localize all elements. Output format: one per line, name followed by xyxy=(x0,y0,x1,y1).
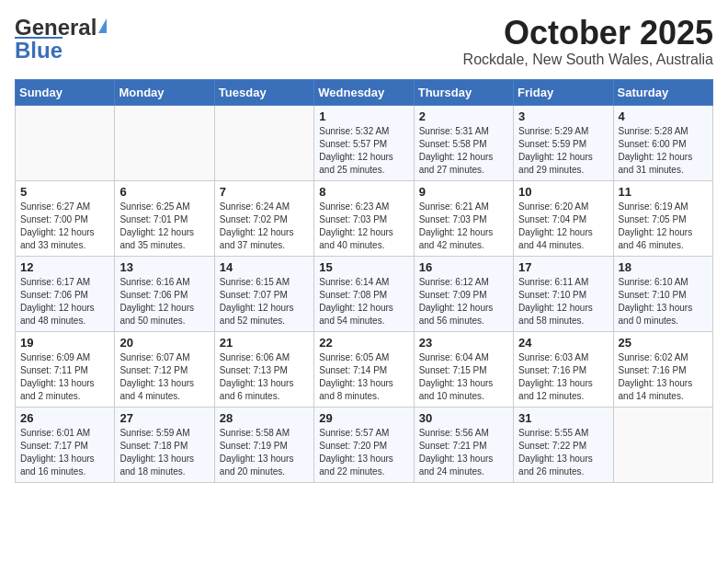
day-detail: Sunrise: 6:04 AM Sunset: 7:15 PM Dayligh… xyxy=(419,351,508,403)
day-detail: Sunrise: 5:32 AM Sunset: 5:57 PM Dayligh… xyxy=(319,125,408,177)
calendar-cell: 8Sunrise: 6:23 AM Sunset: 7:03 PM Daylig… xyxy=(314,180,414,256)
weekday-header-friday: Friday xyxy=(514,79,613,105)
day-detail: Sunrise: 6:11 AM Sunset: 7:10 PM Dayligh… xyxy=(518,276,608,327)
page-header: General Blue October 2025 Rockdale, New … xyxy=(15,15,713,68)
day-number: 16 xyxy=(419,260,508,274)
day-detail: Sunrise: 5:55 AM Sunset: 7:22 PM Dayligh… xyxy=(518,427,608,478)
calendar-cell: 20Sunrise: 6:07 AM Sunset: 7:12 PM Dayli… xyxy=(115,331,214,407)
day-number: 2 xyxy=(419,109,508,123)
calendar-cell: 19Sunrise: 6:09 AM Sunset: 7:11 PM Dayli… xyxy=(16,331,115,407)
calendar-cell: 18Sunrise: 6:10 AM Sunset: 7:10 PM Dayli… xyxy=(613,256,712,331)
weekday-header-monday: Monday xyxy=(115,79,214,105)
day-number: 7 xyxy=(220,185,309,199)
day-number: 20 xyxy=(119,336,209,350)
day-number: 9 xyxy=(419,185,508,199)
day-detail: Sunrise: 6:21 AM Sunset: 7:03 PM Dayligh… xyxy=(419,201,508,252)
day-number: 31 xyxy=(518,411,608,425)
calendar-cell: 7Sunrise: 6:24 AM Sunset: 7:02 PM Daylig… xyxy=(214,180,313,256)
day-detail: Sunrise: 6:25 AM Sunset: 7:01 PM Dayligh… xyxy=(119,201,209,252)
weekday-header-sunday: Sunday xyxy=(16,79,115,105)
day-number: 6 xyxy=(119,185,209,199)
day-number: 1 xyxy=(319,109,408,123)
day-number: 25 xyxy=(619,336,708,350)
day-detail: Sunrise: 6:07 AM Sunset: 7:12 PM Dayligh… xyxy=(119,351,209,403)
day-detail: Sunrise: 6:03 AM Sunset: 7:16 PM Dayligh… xyxy=(518,351,608,403)
day-number: 4 xyxy=(619,109,708,123)
calendar-cell xyxy=(115,105,214,180)
day-number: 28 xyxy=(220,411,309,425)
day-detail: Sunrise: 6:09 AM Sunset: 7:11 PM Dayligh… xyxy=(20,351,109,403)
calendar-cell: 23Sunrise: 6:04 AM Sunset: 7:15 PM Dayli… xyxy=(414,331,513,407)
day-detail: Sunrise: 6:17 AM Sunset: 7:06 PM Dayligh… xyxy=(20,276,109,327)
day-detail: Sunrise: 6:14 AM Sunset: 7:08 PM Dayligh… xyxy=(319,276,408,327)
day-detail: Sunrise: 6:23 AM Sunset: 7:03 PM Dayligh… xyxy=(319,201,408,252)
logo: General Blue xyxy=(15,15,107,63)
day-detail: Sunrise: 6:16 AM Sunset: 7:06 PM Dayligh… xyxy=(119,276,209,327)
calendar-cell: 25Sunrise: 6:02 AM Sunset: 7:16 PM Dayli… xyxy=(613,331,712,407)
day-number: 29 xyxy=(319,411,408,425)
day-number: 26 xyxy=(20,411,109,425)
day-detail: Sunrise: 6:12 AM Sunset: 7:09 PM Dayligh… xyxy=(419,276,508,327)
calendar-table: SundayMondayTuesdayWednesdayThursdayFrid… xyxy=(15,79,713,483)
day-detail: Sunrise: 6:15 AM Sunset: 7:07 PM Dayligh… xyxy=(220,276,309,327)
location: Rockdale, New South Wales, Australia xyxy=(463,52,713,68)
month-year: October 2025 xyxy=(463,15,713,52)
calendar-cell xyxy=(613,407,712,482)
calendar-cell: 5Sunrise: 6:27 AM Sunset: 7:00 PM Daylig… xyxy=(16,180,115,256)
calendar-cell: 9Sunrise: 6:21 AM Sunset: 7:03 PM Daylig… xyxy=(414,180,513,256)
calendar-cell: 14Sunrise: 6:15 AM Sunset: 7:07 PM Dayli… xyxy=(214,256,313,331)
weekday-header-thursday: Thursday xyxy=(414,79,513,105)
calendar-cell: 4Sunrise: 5:28 AM Sunset: 6:00 PM Daylig… xyxy=(613,105,712,180)
calendar-cell: 3Sunrise: 5:29 AM Sunset: 5:59 PM Daylig… xyxy=(514,105,613,180)
day-detail: Sunrise: 6:27 AM Sunset: 7:00 PM Dayligh… xyxy=(20,201,109,252)
calendar-cell: 16Sunrise: 6:12 AM Sunset: 7:09 PM Dayli… xyxy=(414,256,513,331)
day-detail: Sunrise: 6:01 AM Sunset: 7:17 PM Dayligh… xyxy=(20,427,109,478)
day-number: 19 xyxy=(20,336,109,350)
day-number: 3 xyxy=(518,109,608,123)
calendar-cell: 11Sunrise: 6:19 AM Sunset: 7:05 PM Dayli… xyxy=(613,180,712,256)
calendar-cell: 21Sunrise: 6:06 AM Sunset: 7:13 PM Dayli… xyxy=(214,331,313,407)
day-number: 15 xyxy=(319,260,408,274)
day-number: 14 xyxy=(220,260,309,274)
calendar-cell: 22Sunrise: 6:05 AM Sunset: 7:14 PM Dayli… xyxy=(314,331,414,407)
day-detail: Sunrise: 6:02 AM Sunset: 7:16 PM Dayligh… xyxy=(619,351,708,403)
weekday-header-wednesday: Wednesday xyxy=(314,79,414,105)
title-block: October 2025 Rockdale, New South Wales, … xyxy=(463,15,713,68)
day-detail: Sunrise: 6:24 AM Sunset: 7:02 PM Dayligh… xyxy=(220,201,309,252)
day-number: 23 xyxy=(419,336,508,350)
day-detail: Sunrise: 5:59 AM Sunset: 7:18 PM Dayligh… xyxy=(119,427,209,478)
day-detail: Sunrise: 5:28 AM Sunset: 6:00 PM Dayligh… xyxy=(619,125,708,177)
day-number: 24 xyxy=(518,336,608,350)
day-number: 13 xyxy=(119,260,209,274)
logo-blue: Blue xyxy=(15,37,63,63)
calendar-cell: 6Sunrise: 6:25 AM Sunset: 7:01 PM Daylig… xyxy=(115,180,214,256)
calendar-cell: 26Sunrise: 6:01 AM Sunset: 7:17 PM Dayli… xyxy=(16,407,115,482)
day-detail: Sunrise: 6:19 AM Sunset: 7:05 PM Dayligh… xyxy=(619,201,708,252)
day-detail: Sunrise: 5:57 AM Sunset: 7:20 PM Dayligh… xyxy=(319,427,408,478)
calendar-cell xyxy=(16,105,115,180)
day-detail: Sunrise: 5:31 AM Sunset: 5:58 PM Dayligh… xyxy=(419,125,508,177)
calendar-cell: 24Sunrise: 6:03 AM Sunset: 7:16 PM Dayli… xyxy=(514,331,613,407)
logo-arrow-icon xyxy=(98,18,107,33)
calendar-cell: 2Sunrise: 5:31 AM Sunset: 5:58 PM Daylig… xyxy=(414,105,513,180)
weekday-header-saturday: Saturday xyxy=(613,79,712,105)
calendar-cell: 12Sunrise: 6:17 AM Sunset: 7:06 PM Dayli… xyxy=(16,256,115,331)
calendar-cell: 10Sunrise: 6:20 AM Sunset: 7:04 PM Dayli… xyxy=(514,180,613,256)
day-number: 22 xyxy=(319,336,408,350)
day-detail: Sunrise: 6:10 AM Sunset: 7:10 PM Dayligh… xyxy=(619,276,708,327)
weekday-header-tuesday: Tuesday xyxy=(214,79,313,105)
day-number: 18 xyxy=(619,260,708,274)
calendar-header: SundayMondayTuesdayWednesdayThursdayFrid… xyxy=(16,79,713,105)
day-number: 17 xyxy=(518,260,608,274)
calendar-cell: 15Sunrise: 6:14 AM Sunset: 7:08 PM Dayli… xyxy=(314,256,414,331)
day-number: 12 xyxy=(20,260,109,274)
calendar-cell: 31Sunrise: 5:55 AM Sunset: 7:22 PM Dayli… xyxy=(514,407,613,482)
day-number: 11 xyxy=(619,185,708,199)
day-detail: Sunrise: 5:56 AM Sunset: 7:21 PM Dayligh… xyxy=(419,427,508,478)
calendar-cell: 17Sunrise: 6:11 AM Sunset: 7:10 PM Dayli… xyxy=(514,256,613,331)
day-number: 30 xyxy=(419,411,508,425)
calendar-cell: 13Sunrise: 6:16 AM Sunset: 7:06 PM Dayli… xyxy=(115,256,214,331)
calendar-cell: 1Sunrise: 5:32 AM Sunset: 5:57 PM Daylig… xyxy=(314,105,414,180)
day-detail: Sunrise: 6:06 AM Sunset: 7:13 PM Dayligh… xyxy=(220,351,309,403)
day-detail: Sunrise: 6:05 AM Sunset: 7:14 PM Dayligh… xyxy=(319,351,408,403)
